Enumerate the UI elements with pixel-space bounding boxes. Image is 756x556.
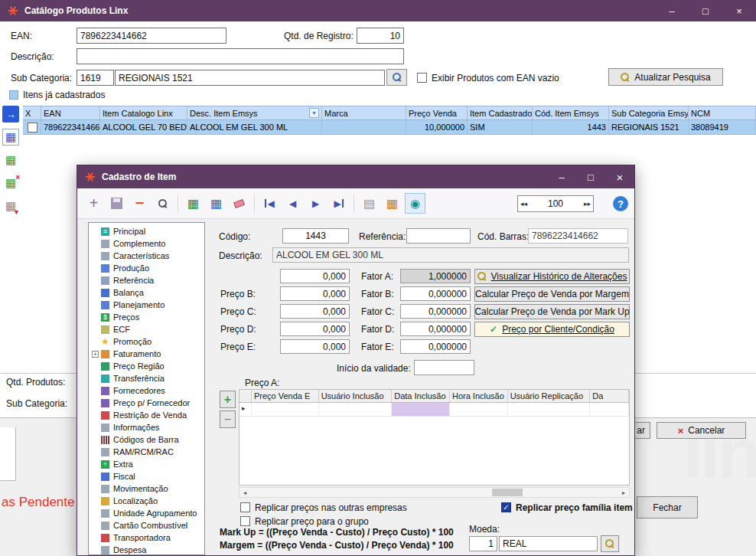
ean-input[interactable] bbox=[77, 28, 226, 44]
tree-item-ram-rcm-rac[interactable]: RAM/RCM/RAC bbox=[89, 446, 204, 458]
preco-grid-header[interactable]: Preço Venda E Usuário Inclusão Data Incl… bbox=[239, 389, 630, 403]
cell-hora-inclusao[interactable] bbox=[450, 403, 508, 416]
preco-grid-row[interactable]: ▸ bbox=[239, 403, 630, 417]
last-record-button[interactable]: ▶ bbox=[328, 193, 349, 214]
fator-b-input[interactable] bbox=[400, 286, 471, 301]
table-row[interactable]: 7896223414662 ALCOOL GEL 70 BEDRAN HIDR … bbox=[23, 120, 756, 135]
preco-cliente-condicao-button[interactable]: ✓ Preço por Cliente/Condição bbox=[474, 322, 630, 337]
cell-preco-venda[interactable] bbox=[252, 403, 319, 416]
codigo-input[interactable] bbox=[282, 228, 349, 244]
results-grid-header[interactable]: X EAN Item Catalogo Linx Desc. Item Emsy… bbox=[23, 106, 756, 120]
export-grid-button[interactable]: ▦ bbox=[183, 193, 204, 214]
tree-item-promocao[interactable]: Promoção bbox=[89, 335, 204, 348]
tree-item-fornecedores[interactable]: Fornecedores bbox=[89, 384, 204, 397]
replicar-grupo-checkbox[interactable] bbox=[240, 516, 250, 526]
tree-item-unidade-agrupamento[interactable]: Unidade Agrupamento bbox=[89, 507, 204, 519]
add-record-button[interactable]: + bbox=[83, 193, 104, 214]
descricao-input[interactable] bbox=[77, 48, 404, 64]
scrollbar-thumb[interactable] bbox=[492, 489, 523, 496]
calcular-preco-margem-button[interactable]: Calcular Preço de Venda por Margem bbox=[474, 286, 630, 302]
fator-c-input[interactable] bbox=[400, 304, 471, 319]
grid-view-button[interactable]: ▦ bbox=[206, 193, 226, 214]
tree-item-preco-p-fornecedor[interactable]: Preço p/ Fornecedor bbox=[89, 397, 204, 409]
tree-item-extra[interactable]: Extra bbox=[89, 458, 204, 470]
clear-filter-button[interactable]: ▦▼ bbox=[2, 198, 19, 214]
tree-item-precos[interactable]: Preços bbox=[89, 311, 204, 323]
delete-record-button[interactable]: − bbox=[129, 193, 150, 214]
tree-item-fiscal[interactable]: Fiscal bbox=[89, 470, 204, 482]
fator-a-input[interactable] bbox=[400, 269, 471, 283]
tree-item-complemento[interactable]: Complemento bbox=[89, 237, 204, 250]
previous-record-button[interactable]: ◀ bbox=[282, 193, 303, 214]
tree-item-localizacao[interactable]: Localização bbox=[89, 495, 204, 507]
tree-item-faturamento[interactable]: +Faturamento bbox=[89, 348, 204, 360]
tree-item-producao[interactable]: Produção bbox=[89, 262, 204, 274]
replicar-familia-checkbox[interactable]: ✓ bbox=[501, 502, 511, 512]
fechar-button[interactable]: Fechar bbox=[637, 496, 698, 518]
row-checkbox[interactable] bbox=[28, 123, 37, 132]
sub-categoria-code-input[interactable] bbox=[77, 70, 114, 86]
calcular-preco-markup-button[interactable]: Calcular Preço de Venda por Mark Up bbox=[474, 304, 630, 319]
atualizar-pesquisa-button[interactable]: Atualizar Pesquisa bbox=[608, 68, 723, 86]
summary-grid-button[interactable]: ▦ bbox=[382, 193, 402, 214]
visualizar-historico-button[interactable]: Visualizar Histórico de Alterações bbox=[474, 269, 630, 284]
next-record-button[interactable]: ▶ bbox=[305, 193, 326, 214]
tree-item-despesa[interactable]: Despesa bbox=[89, 544, 204, 555]
preco-b-input[interactable] bbox=[280, 286, 350, 301]
fator-e-input[interactable] bbox=[400, 339, 471, 354]
tree-item-movimentacao[interactable]: Movimentação bbox=[89, 482, 204, 495]
preco-grid-empty-area[interactable] bbox=[239, 417, 630, 486]
tree-item-referencia[interactable]: Referência bbox=[89, 274, 204, 286]
report-button[interactable]: ▤ bbox=[359, 193, 380, 214]
search-record-button[interactable] bbox=[152, 193, 173, 214]
modal-maximize-button[interactable]: □ bbox=[576, 165, 605, 188]
fator-d-input[interactable] bbox=[400, 322, 471, 336]
preco-d-input[interactable] bbox=[280, 322, 350, 336]
cell-usuario-inclusao[interactable] bbox=[319, 403, 393, 416]
preco-a-input[interactable] bbox=[280, 269, 350, 283]
expand-icon[interactable]: + bbox=[92, 351, 99, 358]
tree-item-restricao-de-venda[interactable]: Restrição de Venda bbox=[89, 409, 204, 421]
preco-c-input[interactable] bbox=[280, 304, 350, 319]
tree-item-planejamento[interactable]: Planejamento bbox=[89, 299, 204, 311]
exibir-ean-vazio-checkbox[interactable] bbox=[417, 73, 427, 83]
sub-categoria-search-button[interactable] bbox=[386, 69, 407, 86]
excel-remove-button[interactable]: ▦× bbox=[2, 175, 19, 191]
tree-item-caracteristicas[interactable]: Características bbox=[89, 250, 204, 262]
tree-item-balanca[interactable]: Balança bbox=[89, 286, 204, 299]
preco-e-input[interactable] bbox=[280, 339, 350, 354]
save-record-button[interactable] bbox=[106, 193, 127, 214]
spin-right-icon[interactable]: ▸ bbox=[587, 200, 591, 208]
horizontal-scrollbar[interactable]: ◂ ▸ bbox=[239, 487, 630, 498]
tree-item-informacoes[interactable]: Informações bbox=[89, 421, 204, 433]
maximize-button[interactable]: □ bbox=[689, 0, 722, 21]
referencia-input[interactable] bbox=[406, 228, 471, 244]
tree-item-cartao-combustivel[interactable]: Cartão Combustível bbox=[89, 519, 204, 531]
grid-remove-row-button[interactable]: − bbox=[220, 410, 236, 428]
cancelar-button[interactable]: × Cancelar bbox=[657, 422, 746, 439]
scroll-right-icon[interactable]: ▸ bbox=[618, 488, 629, 497]
tree-item-principal[interactable]: Principal bbox=[89, 225, 204, 237]
tree-item-ecf[interactable]: ECF bbox=[89, 323, 204, 335]
sub-categoria-name-input[interactable] bbox=[115, 70, 385, 86]
modal-minimize-button[interactable]: – bbox=[547, 165, 576, 188]
clear-fields-button[interactable] bbox=[229, 193, 249, 214]
minimize-button[interactable]: – bbox=[655, 0, 689, 21]
inicio-validade-input[interactable] bbox=[414, 360, 474, 375]
modal-close-button[interactable]: × bbox=[605, 165, 634, 188]
first-record-button[interactable]: ◀ bbox=[259, 193, 280, 214]
moeda-code-input[interactable] bbox=[469, 536, 497, 551]
moeda-search-button[interactable] bbox=[601, 535, 619, 552]
cell-da[interactable] bbox=[590, 403, 629, 416]
tree-item-codigos-de-barra[interactable]: Códigos de Barra bbox=[89, 433, 204, 446]
transfer-item-button[interactable]: → bbox=[2, 106, 19, 123]
grid-view-button[interactable]: ▦ bbox=[2, 129, 19, 146]
tree-item-transferencia[interactable]: Transferência bbox=[89, 372, 204, 384]
tree-item-transportadora[interactable]: Transportadora bbox=[89, 531, 204, 544]
scroll-left-icon[interactable]: ◂ bbox=[240, 488, 250, 497]
tree-item-preco-regiao[interactable]: Preço Região bbox=[89, 360, 204, 372]
replicar-empresas-checkbox[interactable] bbox=[240, 502, 250, 512]
help-button[interactable]: ? bbox=[613, 196, 628, 211]
cell-usuario-replicacao[interactable] bbox=[508, 403, 591, 416]
moeda-name-input[interactable] bbox=[499, 536, 598, 551]
